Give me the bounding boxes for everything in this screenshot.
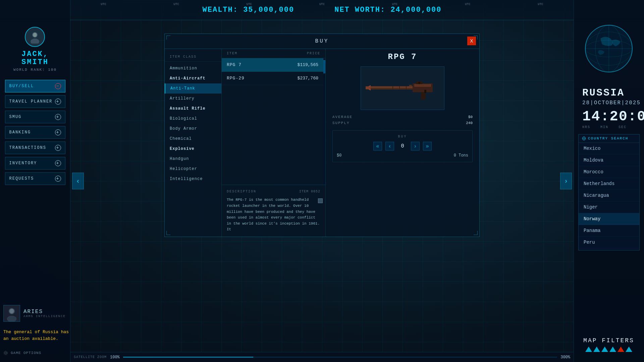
- buy-modal: BUY X ITEM CLASS AmmunitionAnti-Aircraft…: [164, 34, 480, 237]
- item-class-biological[interactable]: Biological: [165, 114, 221, 124]
- item-class-ammunition[interactable]: Ammunition: [165, 63, 221, 73]
- item-class-header: ITEM CLASS: [165, 52, 221, 62]
- qty-display: 0: [397, 143, 408, 149]
- item-price: $119,565: [298, 62, 318, 67]
- description-label: DESCRIPTION: [227, 189, 256, 194]
- buy-section-title: BUY: [337, 135, 468, 138]
- modal-title: BUY: [315, 38, 329, 44]
- modal-close-button[interactable]: X: [467, 37, 476, 45]
- average-stat-row: AVERAGE $0: [332, 115, 473, 119]
- items-panel-inner: ITEM PRICE RPG 7$119,565RPG-29$237,760 D…: [222, 49, 325, 237]
- item-class-assault-rifle[interactable]: Assault Rifle: [165, 104, 221, 114]
- svg-rect-35: [406, 86, 407, 89]
- item-class-anti-tank[interactable]: Anti-Tank: [165, 83, 221, 94]
- items-panel: ITEM PRICE RPG 7$119,565RPG-29$237,760 D…: [222, 49, 326, 237]
- item-class-intelligence[interactable]: Intelligence: [165, 174, 221, 184]
- price-column-header: PRICE: [307, 52, 320, 55]
- item-class-helicopter[interactable]: Helicopter: [165, 164, 221, 174]
- item-row[interactable]: RPG 7$119,565: [222, 58, 323, 72]
- item-class-list: AmmunitionAnti-AircraftAnti-TankArtiller…: [165, 63, 221, 184]
- modal-overlay: BUY X ITEM CLASS AmmunitionAnti-Aircraft…: [0, 0, 644, 362]
- svg-rect-33: [392, 86, 393, 89]
- svg-rect-34: [399, 86, 400, 89]
- scrollbar[interactable]: [323, 58, 325, 185]
- items-list[interactable]: RPG 7$119,565RPG-29$237,760: [222, 58, 323, 185]
- description-section: DESCRIPTION ITEM 0052 The RPG-7 is the m…: [222, 185, 325, 237]
- item-class-artillery[interactable]: Artillery: [165, 94, 221, 104]
- qty-first-button[interactable]: «: [373, 142, 382, 150]
- item-name: RPG 7: [227, 62, 298, 67]
- modal-header: BUY X: [165, 34, 479, 49]
- item-class-handgun[interactable]: Handgun: [165, 154, 221, 164]
- item-class-panel: ITEM CLASS AmmunitionAnti-AircraftAnti-T…: [165, 49, 222, 237]
- price-total: $0: [337, 153, 341, 158]
- qty-last-button[interactable]: »: [423, 142, 432, 150]
- modal-body: ITEM CLASS AmmunitionAnti-AircraftAnti-T…: [165, 49, 479, 237]
- items-upper: RPG 7$119,565RPG-29$237,760: [222, 58, 325, 185]
- items-columns: ITEM PRICE: [222, 49, 325, 58]
- item-class-explosive[interactable]: Explosive: [165, 144, 221, 154]
- buy-controls: « ‹ 0 › »: [337, 142, 468, 150]
- weight-total: 0 Tons: [454, 153, 468, 158]
- svg-point-29: [418, 82, 420, 84]
- qty-next-button[interactable]: ›: [411, 142, 420, 150]
- supply-stat-row: SUPPLY 240: [332, 121, 473, 125]
- item-price: $237,760: [298, 76, 318, 81]
- item-name: RPG-29: [227, 76, 298, 81]
- item-column-header: ITEM: [227, 52, 307, 55]
- scrollbar-thumb[interactable]: [323, 60, 325, 73]
- desc-scroll-handle[interactable]: [318, 198, 323, 203]
- desc-header: DESCRIPTION ITEM 0052: [227, 189, 320, 194]
- buy-footer: $0 0 Tons: [337, 153, 468, 158]
- item-row[interactable]: RPG-29$237,760: [222, 72, 323, 85]
- item-class-chemical[interactable]: Chemical: [165, 134, 221, 144]
- selected-item-title: RPG 7: [332, 52, 473, 61]
- detail-panel: RPG 7: [326, 49, 479, 237]
- svg-rect-31: [424, 90, 426, 93]
- buy-section: BUY « ‹ 0 › »: [332, 130, 473, 162]
- svg-rect-25: [366, 86, 371, 89]
- item-class-anti-aircraft[interactable]: Anti-Aircraft: [165, 73, 221, 83]
- weapon-image: [361, 66, 444, 110]
- svg-rect-27: [414, 84, 431, 87]
- description-text: The RPG-7 is the most common handheld ro…: [227, 197, 320, 233]
- svg-rect-32: [409, 85, 412, 86]
- svg-rect-30: [421, 92, 426, 100]
- qty-prev-button[interactable]: ‹: [385, 142, 394, 150]
- item-number: ITEM 0052: [299, 189, 320, 194]
- item-class-body-armor[interactable]: Body Armor: [165, 124, 221, 134]
